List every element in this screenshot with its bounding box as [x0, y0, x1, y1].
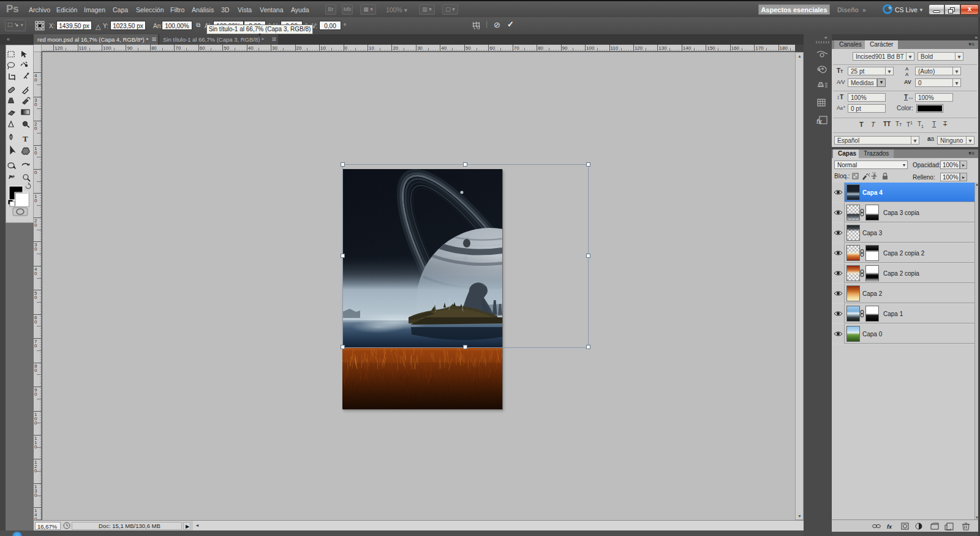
svg-text:fx: fx — [887, 524, 892, 530]
svg-text:T: T — [23, 134, 28, 143]
svg-text:fx: fx — [816, 118, 822, 125]
